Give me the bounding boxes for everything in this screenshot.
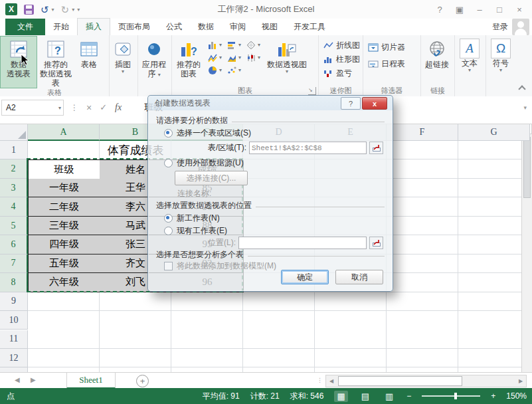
row-header-3[interactable]: 3	[0, 179, 28, 197]
cell-A3[interactable]: 一年级	[29, 179, 100, 197]
cell-A7[interactable]: 五年级	[29, 254, 100, 273]
radio-on-icon[interactable]	[164, 214, 173, 223]
row-header-12[interactable]: 12	[0, 349, 28, 367]
name-box-dropdown-icon[interactable]: ▾	[58, 106, 61, 111]
cell-A4[interactable]: 二年级	[29, 197, 100, 216]
horizontal-scrollbar[interactable]: ◀ ▶	[325, 375, 527, 387]
location-input[interactable]	[238, 237, 367, 249]
scroll-left-icon[interactable]: ◀	[326, 378, 337, 384]
vertical-scroll-thumb[interactable]	[523, 137, 531, 198]
row-header-2[interactable]: 2	[0, 159, 28, 178]
row-header-10[interactable]: 10	[0, 311, 28, 330]
name-box[interactable]: A2 ▾	[1, 100, 64, 116]
choose-connection-button[interactable]: 选择连接(C)...	[175, 171, 248, 185]
column-chart-button[interactable]: ▾	[208, 41, 222, 50]
area-chart-button[interactable]: ▾	[227, 53, 241, 62]
cell-A8[interactable]: 六年级	[29, 273, 100, 292]
help-button[interactable]: ?	[431, 3, 448, 16]
column-header-A[interactable]: A	[28, 124, 100, 141]
hyperlink-button[interactable]: 超链接	[422, 37, 452, 86]
pivottable-button[interactable]: 数据 透视表	[1, 37, 37, 88]
row-header-5[interactable]: 5	[0, 217, 28, 235]
charts-dialog-launcher-icon[interactable]: ↘	[308, 87, 316, 95]
zoom-level[interactable]: 150%	[506, 391, 527, 401]
line-chart-button[interactable]: ▾	[208, 53, 222, 62]
radio-external-source[interactable]: 使用外部数据源(U)	[164, 157, 385, 169]
redo-button[interactable]: ↻	[61, 5, 70, 15]
zoom-in-button[interactable]: +	[491, 391, 495, 401]
row-header-6[interactable]: 6	[0, 235, 28, 254]
row-header-13[interactable]: 13	[0, 367, 28, 372]
stock-chart-button[interactable]: ▾	[246, 53, 260, 62]
next-sheet-icon[interactable]: ▶	[31, 376, 36, 383]
slicer-button[interactable]: 切片器	[368, 42, 405, 53]
tab-data[interactable]: 数据	[190, 19, 222, 35]
cancel-button[interactable]: 取消	[335, 270, 383, 284]
pie-chart-button[interactable]: ▾	[208, 66, 222, 75]
text-button[interactable]: A 文本 ▾	[456, 37, 484, 96]
tab-page-layout[interactable]: 页面布局	[110, 19, 158, 35]
row-header-11[interactable]: 11	[0, 330, 28, 349]
row-header-8[interactable]: 8	[0, 273, 28, 292]
customize-qat-icon[interactable]: ▾	[77, 7, 80, 13]
undo-dropdown-icon[interactable]: ▾	[52, 7, 54, 13]
range-picker-button[interactable]	[369, 142, 383, 154]
horizontal-scroll-thumb[interactable]	[338, 376, 462, 386]
close-button[interactable]: ×	[511, 3, 528, 16]
table-range-input[interactable]: Sheet1!$A$2:$C$8	[249, 142, 367, 154]
ribbon-display-options-button[interactable]: ▣	[451, 3, 468, 16]
row-header-7[interactable]: 7	[0, 254, 28, 273]
normal-view-button[interactable]: ▦	[334, 391, 347, 402]
bar-chart-button[interactable]: ▾	[227, 41, 241, 50]
dialog-help-button[interactable]: ?	[341, 97, 361, 110]
cancel-entry-button[interactable]: ×	[86, 102, 92, 113]
zoom-slider-thumb[interactable]	[454, 393, 457, 399]
radio-new-worksheet[interactable]: 新工作表(N)	[164, 213, 385, 224]
collapse-ribbon-icon[interactable]	[519, 84, 525, 91]
save-icon[interactable]	[24, 5, 34, 15]
page-layout-view-button[interactable]: ▤	[359, 391, 372, 402]
tab-home[interactable]: 开始	[45, 19, 77, 35]
new-sheet-button[interactable]: +	[136, 375, 149, 387]
radio-existing-worksheet[interactable]: 现有工作表(E)	[164, 225, 385, 237]
select-all-corner[interactable]	[0, 124, 28, 141]
table-button[interactable]: 表格	[75, 37, 103, 88]
row-header-1[interactable]: 1	[0, 141, 28, 159]
maximize-button[interactable]: □	[491, 3, 508, 16]
checkbox-icon[interactable]	[164, 262, 173, 270]
tab-formulas[interactable]: 公式	[158, 19, 190, 35]
expand-formula-bar-icon[interactable]: ▾	[523, 104, 532, 111]
cell-A5[interactable]: 三年级	[29, 217, 100, 235]
timeline-button[interactable]: 日程表	[368, 58, 405, 70]
vertical-scrollbar[interactable]: ▲	[521, 124, 532, 372]
radio-select-table-range[interactable]: 选择一个表或区域(S)	[164, 128, 385, 139]
ok-button[interactable]: 确定	[281, 270, 329, 284]
sign-in-link[interactable]: 登录	[492, 21, 508, 33]
dialog-title-bar[interactable]: 创建数据透视表 ? x	[148, 96, 393, 110]
zoom-slider[interactable]	[422, 395, 480, 397]
sparkline-line-button[interactable]: 折线图	[323, 40, 360, 51]
recommended-pivottables-button[interactable]: ? 推荐的 数据透视表	[37, 37, 75, 88]
sparkline-winloss-button[interactable]: 盈亏	[323, 68, 360, 79]
cell-A6[interactable]: 四年级	[29, 235, 100, 254]
radio-off-icon[interactable]	[164, 227, 173, 235]
dialog-close-button[interactable]: x	[362, 97, 387, 110]
radio-off-icon[interactable]	[164, 159, 173, 167]
radio-on-icon[interactable]	[164, 129, 173, 138]
location-range-picker-button[interactable]	[369, 237, 383, 249]
symbols-button[interactable]: Ω 符号 ▾	[487, 37, 515, 96]
column-header-F[interactable]: F	[387, 124, 458, 141]
prev-sheet-icon[interactable]: ◀	[15, 376, 20, 383]
sparkline-column-button[interactable]: 柱形图	[323, 54, 360, 65]
pivotchart-button[interactable]: 数据透视图 ▾	[264, 37, 310, 86]
row-header-9[interactable]: 9	[0, 292, 28, 311]
recommended-charts-button[interactable]: ? 推荐的 图表	[173, 37, 205, 86]
enter-entry-button[interactable]: ✓	[100, 102, 107, 112]
redo-dropdown-icon[interactable]: ▾	[72, 7, 74, 13]
tab-view[interactable]: 视图	[254, 19, 286, 35]
avatar[interactable]	[512, 19, 529, 35]
row-header-4[interactable]: 4	[0, 197, 28, 216]
insert-function-button[interactable]: fx	[115, 102, 122, 113]
apps-button[interactable]: 应用程 序 ▾	[139, 37, 169, 96]
scroll-right-icon[interactable]: ▶	[515, 378, 526, 384]
